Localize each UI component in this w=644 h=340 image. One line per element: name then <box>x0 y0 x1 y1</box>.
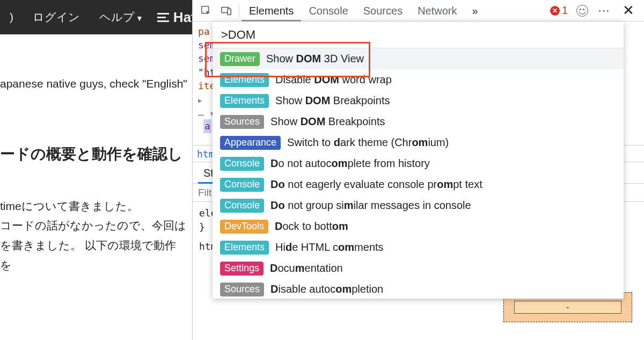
command-badge: Appearance <box>220 136 281 150</box>
devtools-tabs: Elements Console Sources Network » <box>241 0 486 21</box>
expand-arrow-icon[interactable]: ▶ <box>198 97 202 104</box>
command-result[interactable]: AppearanceSwitch to dark theme (Chromium… <box>213 132 624 153</box>
filter-placeholder: Filt <box>198 187 211 199</box>
command-query: >DOM <box>221 28 255 42</box>
error-count: 1 <box>562 4 568 17</box>
command-label: Switch to dark theme (Chromium) <box>287 136 449 149</box>
command-label: Disable autocompletion <box>270 283 383 295</box>
command-badge: Sources <box>220 115 264 129</box>
login-link[interactable]: ログイン <box>23 10 90 25</box>
article-body: timeについて書きました。 コードの話がなかったので、今回は を書きました。 … <box>0 197 192 276</box>
command-result[interactable]: DevToolsDock to bottom <box>213 216 624 237</box>
chevron-down-icon: ▼ <box>136 14 143 23</box>
devtools-close-icon[interactable]: ✕ <box>616 2 641 19</box>
command-label: Do not autocomplete from history <box>270 157 430 170</box>
page-content: apanese native guys, check "English" ードの… <box>0 54 192 276</box>
hatena-topbar: ) ログイン ヘルプ▼ Hatena <box>0 0 193 34</box>
command-result[interactable]: DrawerShow DOM 3D View <box>213 48 624 69</box>
svg-rect-2 <box>228 9 231 15</box>
command-badge: DevTools <box>220 220 268 234</box>
command-label: Show DOM Breakpoints <box>270 115 385 128</box>
command-label: Hide HTML comments <box>275 241 384 254</box>
command-result[interactable]: SourcesShow DOM Breakpoints <box>213 111 624 132</box>
tab-overflow-button[interactable]: » <box>465 0 486 21</box>
command-result[interactable]: ConsoleDo not group similar messages in … <box>213 195 624 216</box>
command-menu: >DOM DrawerShow DOM 3D ViewElementsDisab… <box>213 21 624 299</box>
command-label: Show DOM 3D View <box>266 53 364 65</box>
command-result[interactable]: ElementsHide HTML comments <box>213 237 624 258</box>
command-badge: Elements <box>220 73 269 87</box>
command-menu-input[interactable]: >DOM <box>213 21 624 48</box>
command-menu-results: DrawerShow DOM 3D ViewElementsDisable DO… <box>213 48 624 299</box>
error-indicator[interactable]: ✕ 1 <box>546 4 572 17</box>
command-badge: Settings <box>220 262 264 276</box>
hatena-logo-icon <box>157 11 169 23</box>
command-result[interactable]: ElementsDisable DOM word wrap <box>213 69 624 90</box>
devtools-toolbar: Elements Console Sources Network » ✕ 1 ⋯… <box>193 0 644 21</box>
body-line-1: timeについて書きました。 <box>0 197 187 216</box>
body-line-2: コードの話がなかったので、今回は <box>0 216 187 236</box>
box-model-content: - <box>514 301 621 314</box>
command-label: Documentation <box>270 262 343 274</box>
command-label: Disable DOM word wrap <box>275 74 392 86</box>
command-badge: Console <box>220 157 264 171</box>
help-menu[interactable]: ヘルプ▼ <box>90 10 153 25</box>
command-result[interactable]: SourcesDisable autocompletion <box>213 279 624 299</box>
tab-console[interactable]: Console <box>301 0 355 21</box>
hatena-left-fragment: ) <box>0 11 23 24</box>
english-note: apanese native guys, check "English" <box>0 75 192 108</box>
command-label: Show DOM Breakpoints <box>275 95 390 107</box>
command-badge: Elements <box>220 94 269 108</box>
help-label: ヘルプ <box>99 11 135 23</box>
inspect-element-icon[interactable] <box>196 0 216 21</box>
body-line-3: を書きました。 以下の環境で動作を <box>0 236 187 276</box>
command-badge: Sources <box>220 283 264 296</box>
command-result[interactable]: SettingsDocumentation <box>213 258 624 279</box>
article-heading: ードの概要と動作を確認し <box>0 108 192 197</box>
toolbar-divider <box>239 4 239 17</box>
tab-network[interactable]: Network <box>410 0 464 21</box>
device-toolbar-icon[interactable] <box>216 0 237 21</box>
command-label: Dock to bottom <box>275 220 348 233</box>
command-badge: Console <box>220 178 264 192</box>
tab-elements[interactable]: Elements <box>241 0 301 21</box>
command-badge: Elements <box>220 241 269 255</box>
command-result[interactable]: ElementsShow DOM Breakpoints <box>213 90 624 111</box>
tab-sources[interactable]: Sources <box>356 0 410 21</box>
command-result[interactable]: ConsoleDo not eagerly evaluate console p… <box>213 174 624 195</box>
command-badge: Drawer <box>220 52 260 66</box>
devtools-more-icon[interactable]: ⋯ <box>592 4 616 18</box>
command-label: Do not eagerly evaluate console prompt t… <box>270 178 482 191</box>
command-badge: Console <box>220 199 264 213</box>
command-result[interactable]: ConsoleDo not autocomplete from history <box>213 153 624 174</box>
error-icon: ✕ <box>550 6 560 16</box>
feedback-icon[interactable] <box>576 5 588 17</box>
command-label: Do not group similar messages in console <box>270 199 471 212</box>
